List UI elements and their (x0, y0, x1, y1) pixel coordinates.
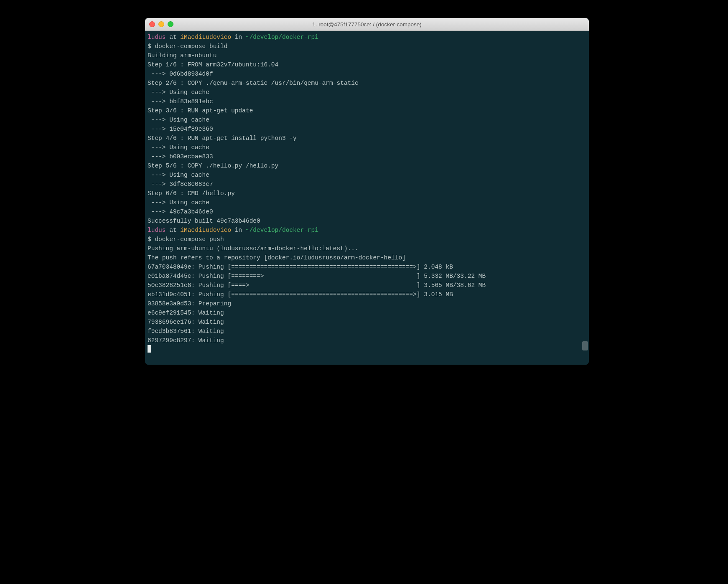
output-line: Step 4/6 : RUN apt-get install python3 -… (148, 134, 586, 143)
push-layer-line: 6297299c8297: Waiting (148, 336, 586, 345)
push-layer-line: f9ed3b837561: Waiting (148, 327, 586, 336)
push-layer-line: eb131d9c4051: Pushing [=================… (148, 290, 586, 299)
output-line: Step 6/6 : CMD /hello.py (148, 189, 586, 198)
prompt-host: iMacdiLudovico (180, 34, 231, 41)
output-line: ---> Using cache (148, 170, 586, 180)
command-line: $ docker-compose build (148, 42, 586, 51)
traffic-lights (149, 21, 173, 27)
push-layer-line: 50c3828251c8: Pushing [====> ] 3.565 MB/… (148, 281, 586, 290)
cursor-line (148, 345, 586, 355)
prompt-user: ludus (148, 227, 166, 234)
cursor-icon (148, 345, 151, 353)
command-line: $ docker-compose push (148, 235, 586, 244)
terminal-window: 1. root@475f177750ce: / (docker-compose)… (145, 18, 589, 365)
push-layer-line: 67a70348049e: Pushing [=================… (148, 262, 586, 272)
close-icon[interactable] (149, 21, 155, 27)
prompt-host: iMacdiLudovico (180, 227, 231, 234)
output-line: Step 5/6 : COPY ./hello.py /hello.py (148, 161, 586, 170)
push-layer-line: e6c9ef291545: Waiting (148, 308, 586, 317)
output-line: Step 1/6 : FROM arm32v7/ubuntu:16.04 (148, 60, 586, 69)
output-line: ---> Using cache (148, 88, 586, 97)
push-layer-line: 7938696ee176: Waiting (148, 317, 586, 327)
prompt-path: ~/develop/docker-rpi (246, 34, 318, 41)
output-line: ---> b003ecbae833 (148, 152, 586, 161)
output-line: Pushing arm-ubuntu (ludusrusso/arm-docke… (148, 244, 586, 253)
prompt-path: ~/develop/docker-rpi (246, 227, 318, 234)
output-line: ---> bbf83e891ebc (148, 97, 586, 106)
stage: 1. root@475f177750ce: / (docker-compose)… (111, 0, 617, 406)
prompt-at: at (166, 34, 181, 41)
output-line: Step 3/6 : RUN apt-get update (148, 106, 586, 115)
prompt-user: ludus (148, 34, 166, 41)
output-line: Step 2/6 : COPY ./qemu-arm-static /usr/b… (148, 79, 586, 88)
prompt-in: in (231, 227, 246, 234)
prompt-at: at (166, 227, 181, 234)
titlebar[interactable]: 1. root@475f177750ce: / (docker-compose) (145, 18, 589, 31)
terminal-body[interactable]: ludus at iMacdiLudovico in ~/develop/doc… (145, 31, 589, 365)
push-layer-line: 03858e3a9d53: Preparing (148, 299, 586, 308)
prompt-line: ludus at iMacdiLudovico in ~/develop/doc… (148, 226, 586, 235)
output-line: ---> 49c7a3b46de0 (148, 207, 586, 216)
output-line: ---> 0d6bd8934d0f (148, 69, 586, 79)
minimize-icon[interactable] (158, 21, 164, 27)
output-line: ---> Using cache (148, 143, 586, 152)
output-line: ---> 15e04f89e360 (148, 124, 586, 134)
output-line: ---> Using cache (148, 198, 586, 207)
output-line: Successfully built 49c7a3b46de0 (148, 216, 586, 226)
zoom-icon[interactable] (168, 21, 173, 27)
prompt-line: ludus at iMacdiLudovico in ~/develop/doc… (148, 33, 586, 42)
window-title: 1. root@475f177750ce: / (docker-compose) (145, 21, 589, 28)
output-line: ---> 3df8e8c083c7 (148, 180, 586, 189)
output-line: The push refers to a repository [docker.… (148, 253, 586, 262)
output-line: ---> Using cache (148, 115, 586, 124)
output-line: Building arm-ubuntu (148, 51, 586, 60)
scrollbar-thumb[interactable] (582, 341, 588, 350)
prompt-in: in (231, 34, 246, 41)
push-layer-line: e01ba874d45c: Pushing [========> ] 5.332… (148, 272, 586, 281)
